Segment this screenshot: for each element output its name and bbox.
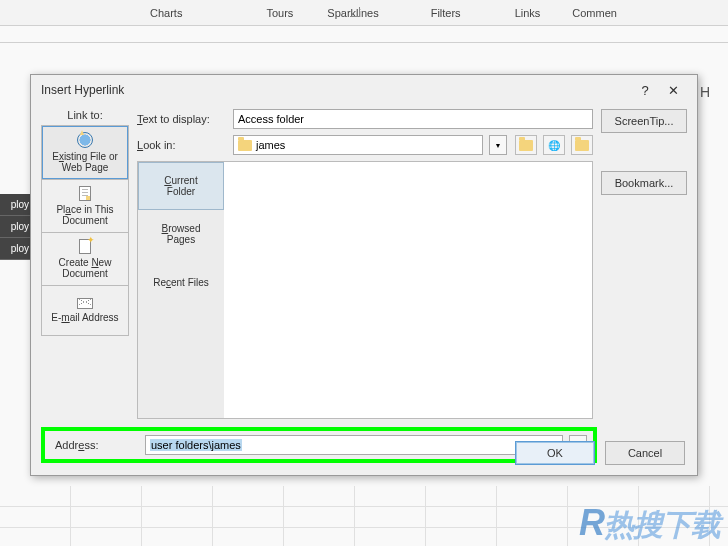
ribbon-bar: Charts Tours Sparklines Filters Links Co… — [0, 0, 728, 26]
dialog-launcher-icon[interactable] — [350, 7, 360, 17]
ok-button[interactable]: OK — [515, 441, 595, 465]
look-in-value: james — [256, 139, 285, 151]
look-in-label: Look in: — [137, 139, 227, 151]
ribbon-group-comments[interactable]: Commen — [560, 7, 629, 19]
bookmark-button[interactable]: Bookmark... — [601, 171, 687, 195]
link-to-place-in-doc[interactable]: Place in ThisDocument — [41, 180, 129, 233]
ribbon-group-tours[interactable]: Tours — [254, 7, 305, 19]
document-icon — [79, 186, 91, 201]
dialog-body: Link to: Existing File orWeb Page Place … — [31, 105, 697, 475]
file-list[interactable] — [224, 162, 592, 418]
dialog-bottom-buttons: OK Cancel — [515, 441, 685, 465]
browse-web-button[interactable]: 🌐 — [543, 135, 565, 155]
link-to-item-label: Create NewDocument — [59, 257, 112, 279]
web-icon: 🌐 — [548, 140, 560, 151]
link-to-item-label: E-mail Address — [51, 312, 118, 323]
text-to-display-label: Text to display: — [137, 113, 227, 125]
look-in-dropdown-button[interactable]: ▼ — [489, 135, 507, 155]
cancel-button[interactable]: Cancel — [605, 441, 685, 465]
browse-area: CurrentFolder BrowsedPages Recent Files — [137, 161, 593, 419]
cell[interactable]: ploy — [0, 194, 30, 216]
address-label: Address: — [55, 439, 139, 451]
globe-icon — [77, 132, 93, 148]
ribbon-group-links[interactable]: Links — [503, 7, 553, 19]
browse-tabs: CurrentFolder BrowsedPages Recent Files — [138, 162, 224, 418]
link-to-label: Link to: — [41, 109, 129, 121]
new-document-icon — [79, 239, 91, 254]
cell[interactable]: ploy — [0, 238, 30, 260]
address-input[interactable]: user folders\james — [145, 435, 563, 455]
cell[interactable]: ploy — [0, 216, 30, 238]
visible-cells: ploy ploy ploy — [0, 194, 30, 260]
column-header-h[interactable]: H — [700, 84, 710, 100]
insert-hyperlink-dialog: Insert Hyperlink ? ✕ Link to: Existing F… — [30, 74, 698, 476]
screentip-button[interactable]: ScreenTip... — [601, 109, 687, 133]
address-row-highlighted: Address: user folders\james ▼ — [41, 427, 597, 463]
ribbon-group-charts[interactable]: Charts — [138, 7, 194, 19]
dialog-right-buttons: ScreenTip... Bookmark... — [601, 109, 687, 465]
folder-open-icon — [575, 140, 589, 151]
link-to-item-label: Place in ThisDocument — [56, 204, 113, 226]
look-in-row: Look in: james ▼ 🌐 — [137, 135, 593, 155]
link-to-create-new[interactable]: Create NewDocument — [41, 233, 129, 286]
link-to-existing-file[interactable]: Existing File orWeb Page — [41, 125, 129, 180]
link-to-panel: Link to: Existing File orWeb Page Place … — [41, 109, 129, 465]
spacer — [601, 141, 687, 163]
tab-recent-files[interactable]: Recent Files — [138, 258, 224, 306]
look-in-dropdown[interactable]: james — [233, 135, 483, 155]
up-one-level-button[interactable] — [515, 135, 537, 155]
help-button[interactable]: ? — [631, 83, 659, 98]
tab-current-folder[interactable]: CurrentFolder — [138, 162, 224, 210]
text-to-display-row: Text to display: — [137, 109, 593, 129]
mail-icon — [77, 298, 93, 309]
dialog-main: Text to display: Look in: james ▼ 🌐 Curr… — [137, 109, 593, 465]
dialog-titlebar[interactable]: Insert Hyperlink ? ✕ — [31, 75, 697, 105]
tab-browsed-pages[interactable]: BrowsedPages — [138, 210, 224, 258]
text-to-display-input[interactable] — [233, 109, 593, 129]
ribbon-group-filters[interactable]: Filters — [419, 7, 473, 19]
link-to-item-label: Existing File orWeb Page — [52, 151, 118, 173]
close-button[interactable]: ✕ — [659, 83, 687, 98]
dialog-title: Insert Hyperlink — [41, 83, 631, 97]
browse-file-button[interactable] — [571, 135, 593, 155]
grid-lines — [0, 486, 728, 546]
link-to-email[interactable]: E-mail Address — [41, 286, 129, 336]
folder-icon — [238, 140, 252, 151]
folder-up-icon — [519, 140, 533, 151]
